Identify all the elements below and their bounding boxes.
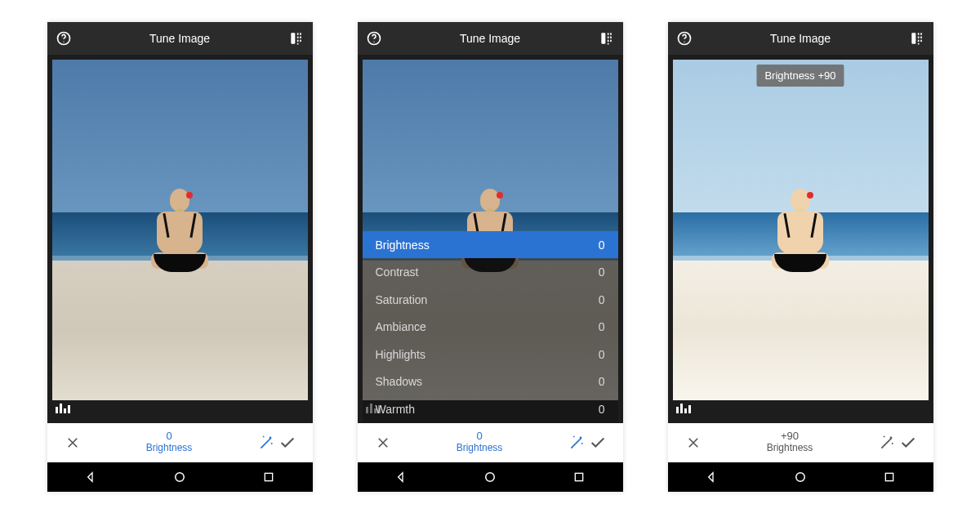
compare-icon[interactable] (599, 30, 615, 47)
param-value: 0 (599, 320, 605, 333)
svg-rect-35 (917, 33, 919, 35)
param-row-highlights[interactable]: Highlights 0 (363, 341, 618, 368)
cancel-button[interactable] (372, 432, 394, 453)
phone-screen-1: Tune Image 0 Brightness (47, 22, 313, 492)
svg-rect-12 (64, 408, 66, 413)
param-value: 0 (599, 239, 605, 252)
nav-recent-icon[interactable] (883, 471, 896, 484)
help-icon[interactable] (366, 30, 382, 47)
auto-adjust-button[interactable] (876, 432, 898, 453)
svg-rect-13 (68, 405, 70, 413)
action-bar: 0 Brightness (47, 423, 313, 462)
nav-recent-icon[interactable] (572, 471, 586, 484)
svg-point-14 (176, 472, 185, 481)
histogram-icon[interactable] (676, 402, 691, 417)
cancel-button[interactable] (683, 432, 704, 453)
svg-rect-47 (885, 473, 893, 480)
param-label: Shadows (376, 375, 423, 388)
image-canvas[interactable]: Brightness +90 (668, 55, 933, 423)
svg-point-1 (63, 41, 64, 42)
svg-point-17 (373, 41, 374, 42)
svg-rect-21 (607, 39, 608, 42)
param-row-warmth[interactable]: Warmth 0 (363, 395, 618, 423)
svg-rect-42 (676, 407, 679, 413)
svg-rect-3 (296, 33, 298, 35)
photo-preview[interactable] (52, 60, 308, 400)
param-label: Saturation (376, 293, 428, 306)
svg-rect-7 (300, 33, 301, 35)
svg-rect-39 (920, 33, 922, 35)
nav-home-icon[interactable] (172, 470, 187, 484)
image-canvas[interactable] (47, 55, 313, 423)
nav-back-icon[interactable] (394, 471, 408, 484)
param-row-ambiance[interactable]: Ambiance 0 (363, 313, 618, 341)
compare-icon[interactable] (288, 30, 305, 47)
current-param-label: Brightness (457, 442, 503, 453)
screen-title: Tune Image (693, 32, 909, 45)
cancel-button[interactable] (62, 432, 83, 453)
current-param-display[interactable]: 0 Brightness (394, 430, 566, 454)
nav-back-icon[interactable] (705, 471, 718, 484)
current-param-display[interactable]: 0 Brightness (83, 430, 256, 454)
param-value: 0 (599, 293, 605, 306)
help-icon[interactable] (676, 30, 693, 47)
svg-rect-4 (296, 36, 298, 38)
param-value: 0 (599, 265, 605, 279)
param-value: 0 (599, 348, 605, 361)
svg-rect-5 (296, 39, 298, 42)
auto-adjust-button[interactable] (566, 432, 587, 453)
svg-rect-24 (610, 36, 612, 38)
compare-icon[interactable] (909, 30, 925, 47)
param-label: Contrast (376, 265, 419, 279)
svg-rect-8 (300, 36, 301, 38)
android-nav-bar (358, 462, 623, 492)
nav-back-icon[interactable] (84, 471, 97, 484)
screen-title: Tune Image (382, 32, 599, 45)
action-bar: +90 Brightness (668, 423, 933, 462)
apply-button[interactable] (898, 432, 919, 453)
param-row-saturation[interactable]: Saturation 0 (363, 286, 618, 314)
current-param-label: Brightness (146, 442, 193, 453)
apply-button[interactable] (277, 432, 298, 453)
param-label: Ambiance (376, 320, 426, 333)
svg-rect-20 (607, 36, 608, 38)
photo-preview[interactable] (673, 60, 929, 400)
phone-screen-2: Tune Image Brightness 0 Contrast 0 Satur… (358, 22, 623, 492)
nav-recent-icon[interactable] (262, 471, 275, 484)
android-nav-bar (668, 462, 933, 492)
svg-point-46 (796, 472, 805, 481)
param-list-overlay[interactable]: Brightness 0 Contrast 0 Saturation 0 Amb… (363, 231, 618, 423)
svg-rect-22 (607, 42, 608, 44)
param-value: 0 (599, 375, 605, 388)
svg-rect-37 (917, 39, 919, 42)
android-nav-bar (47, 462, 313, 492)
current-param-value: +90 (704, 430, 876, 443)
current-param-display[interactable]: +90 Brightness (704, 430, 876, 454)
param-row-brightness[interactable]: Brightness 0 (363, 231, 618, 259)
apply-button[interactable] (587, 432, 608, 453)
svg-rect-25 (610, 39, 612, 42)
auto-adjust-button[interactable] (256, 432, 277, 453)
current-param-label: Brightness (767, 442, 813, 453)
param-row-contrast[interactable]: Contrast 0 (363, 258, 618, 286)
app-top-bar: Tune Image (47, 22, 313, 55)
image-canvas[interactable]: Brightness 0 Contrast 0 Saturation 0 Amb… (358, 55, 623, 423)
svg-rect-23 (610, 33, 612, 35)
current-param-value: 0 (83, 430, 256, 443)
help-icon[interactable] (56, 30, 72, 47)
nav-home-icon[interactable] (483, 470, 497, 484)
param-value: 0 (599, 403, 605, 416)
param-label: Warmth (376, 403, 415, 416)
nav-home-icon[interactable] (793, 470, 808, 484)
svg-rect-41 (920, 39, 922, 42)
svg-rect-36 (917, 36, 919, 38)
histogram-icon[interactable] (56, 402, 70, 417)
action-bar: 0 Brightness (358, 423, 623, 462)
param-row-shadows[interactable]: Shadows 0 (363, 368, 618, 395)
svg-rect-43 (680, 404, 683, 413)
svg-rect-6 (296, 42, 298, 44)
svg-point-30 (486, 472, 495, 481)
svg-rect-34 (911, 33, 915, 43)
param-label: Highlights (376, 348, 425, 361)
phone-screen-3: Tune Image Brightness +90 +90 Brightness (668, 22, 933, 492)
